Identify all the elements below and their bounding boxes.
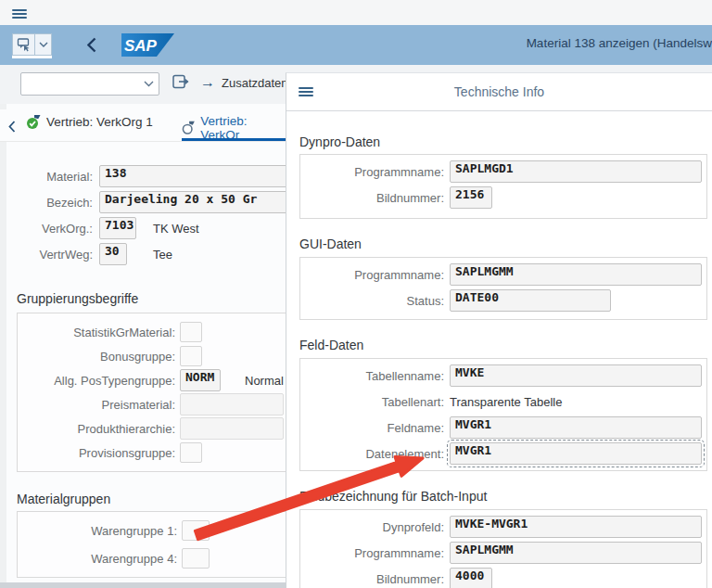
vertrweg-label: VertrWeg: (7, 248, 93, 262)
feld-section-title: Feld-Daten (299, 338, 363, 352)
material-label: Material: (7, 170, 93, 184)
tabellenart-label: Tabellenart: (300, 395, 444, 409)
script-recorder-button[interactable] (12, 33, 35, 56)
feldname-row: Feldname: MVGR1 (300, 416, 706, 439)
batch-bildnummer-row: Bildnummer: 4000 (300, 568, 706, 588)
bildnummer-label: Bildnummer: (300, 191, 444, 205)
batch-programmname-field[interactable]: SAPLMGMM (450, 542, 702, 564)
statistikgr-row: StatistikGrMaterial: (18, 321, 288, 343)
preismaterial-label: Preismaterial: (18, 398, 175, 412)
tabellenart-row: Tabellenart: Transparente Tabelle (300, 390, 706, 413)
programmname-label: Programmname: (300, 546, 444, 560)
back-button[interactable] (87, 37, 96, 57)
postypengruppe-field[interactable]: NORM (180, 369, 221, 391)
postypengruppe-description: Normal (245, 374, 284, 388)
tab-label: Vertrieb: VerkOrg 1 (46, 115, 153, 129)
feldname-field[interactable]: MVGR1 (450, 416, 702, 439)
programmname-label: Programmname: (300, 268, 444, 282)
verkorg-field[interactable]: 7103 (99, 217, 136, 239)
warengruppe1-field[interactable] (182, 520, 210, 541)
preismaterial-field[interactable] (180, 393, 284, 415)
batch-section-title: Feldbezeichnung für Batch-Input (299, 489, 487, 504)
grouping-groupbox: StatistikGrMaterial: Bonusgruppe: Allg. … (17, 313, 289, 472)
gui-section-title: GUI-Daten (299, 236, 362, 251)
dynprofeld-field[interactable]: MVKE-MVGR1 (450, 516, 702, 538)
tabellenname-row: Tabellenname: MVKE (300, 364, 706, 387)
produkthierarchie-field[interactable] (180, 417, 284, 440)
provisionsgruppe-field[interactable] (180, 442, 202, 463)
produkthierarchie-row: Produkthierarchie: (18, 417, 288, 440)
datenelement-label: Datenelement: (300, 447, 444, 461)
dynpro-bildnummer-field[interactable]: 2156 (450, 186, 492, 209)
verkorg-row: VerkOrg.: 7103 TK West (7, 217, 289, 239)
sap-gui-window: SAP Material 138 anzeigen (Handelsw → Zu… (0, 0, 712, 588)
bildnummer-label: Bildnummer: (300, 572, 444, 586)
technische-info-panel: Technische Info Dynpro-Daten Programmnam… (286, 72, 712, 588)
chevron-down-icon[interactable] (144, 81, 154, 87)
material-field[interactable]: 138 (99, 165, 289, 187)
transfer-icon[interactable] (171, 72, 191, 93)
command-combobox[interactable] (20, 72, 159, 96)
warengruppe4-row: Warengruppe 4: (18, 547, 288, 569)
warengruppe4-label: Warengruppe 4: (18, 552, 177, 566)
feld-groupbox: Tabellenname: MVKE Tabellenart: Transpar… (299, 358, 707, 471)
view-tabstrip: Vertrieb: VerkOrg 1 Vertrieb: VerkOr (0, 109, 286, 142)
gui-programmname-field[interactable]: SAPLMGMM (450, 263, 702, 286)
batch-bildnummer-field[interactable]: 4000 (450, 568, 492, 588)
verkorg-label: VerkOrg.: (7, 222, 93, 236)
materialgroups-section-title: Materialgruppen (17, 492, 110, 506)
status-label: Status: (300, 294, 444, 308)
tabellenart-value: Transparente Tabelle (450, 395, 562, 409)
datenelement-field[interactable]: MVGR1 (450, 442, 702, 465)
vertrweg-field[interactable]: 30 (99, 243, 127, 265)
dropdown-button[interactable] (35, 33, 52, 56)
material-key-fields: Material: 138 Bezeich: Darjeeling 20 x 5… (7, 165, 289, 269)
tabellenname-field[interactable]: MVKE (450, 364, 702, 387)
bottom-scroll-strip[interactable] (0, 582, 286, 588)
statistikgr-field[interactable] (180, 322, 202, 342)
batch-groupbox: Dynprofeld: MVKE-MVGR1 Programmname: SAP… (299, 509, 707, 588)
gui-programmname-row: Programmname: SAPLMGMM (300, 263, 706, 286)
left-gutter (0, 104, 6, 582)
dynpro-programmname-field[interactable]: SAPLMGD1 (450, 160, 702, 183)
vertrweg-description: Tee (153, 248, 172, 262)
warengruppe1-label: Warengruppe 1: (18, 524, 177, 538)
menu-hamburger-icon[interactable] (12, 7, 27, 20)
provisionsgruppe-label: Provisionsgruppe: (18, 446, 175, 460)
quickview-button-group (12, 33, 52, 58)
gui-groupbox: Programmname: SAPLMGMM Status: DATE00 (299, 257, 707, 320)
gui-status-row: Status: DATE00 (300, 289, 706, 312)
dynpro-programmname-row: Programmname: SAPLMGD1 (300, 160, 706, 183)
svg-text:SAP: SAP (124, 37, 158, 55)
screen-icon (182, 121, 195, 135)
statistikgr-label: StatistikGrMaterial: (18, 326, 175, 339)
feldname-label: Feldname: (300, 421, 444, 435)
gui-status-field[interactable]: DATE00 (450, 289, 611, 312)
bonusgruppe-field[interactable] (180, 346, 202, 366)
command-input[interactable] (21, 73, 144, 95)
materialgroups-groupbox: Warengruppe 1: Warengruppe 4: (17, 511, 289, 578)
dynprofeld-row: Dynprofeld: MVKE-MVGR1 (300, 516, 706, 538)
tab-vertrieb-verkorg1[interactable]: Vertrieb: VerkOrg 1 (26, 114, 153, 130)
panel-header: Technische Info (286, 73, 712, 111)
material-row: Material: 138 (7, 165, 289, 187)
zusatzdaten-label: Zusatzdaten (222, 76, 288, 90)
bezeich-field[interactable]: Darjeeling 20 x 50 Gr (99, 191, 289, 213)
grouping-section-title: Gruppierungsbegriffe (17, 291, 138, 306)
provisionsgruppe-row: Provisionsgruppe: (18, 441, 288, 464)
vertrweg-row: VertrWeg: 30 Tee (7, 243, 289, 265)
top-menu-strip (0, 0, 712, 25)
speech-bubble-cursor-icon (17, 37, 31, 52)
warengruppe4-field[interactable] (182, 548, 210, 569)
dynpro-section-title: Dynpro-Daten (299, 134, 380, 149)
header-bar: SAP Material 138 anzeigen (Handelsw (0, 25, 712, 65)
tab-scroll-left-button[interactable] (8, 120, 16, 136)
preismaterial-row: Preismaterial: (18, 393, 288, 415)
tabellenname-label: Tabellenname: (300, 369, 444, 383)
bezeich-label: Bezeich: (7, 196, 93, 210)
batch-programmname-row: Programmname: SAPLMGMM (300, 542, 706, 564)
dynpro-groupbox: Programmname: SAPLMGD1 Bildnummer: 2156 (299, 154, 707, 219)
zusatzdaten-link[interactable]: → Zusatzdaten (200, 74, 288, 91)
panel-title: Technische Info (286, 84, 712, 99)
window-title: Material 138 anzeigen (Handelsw (527, 36, 712, 50)
